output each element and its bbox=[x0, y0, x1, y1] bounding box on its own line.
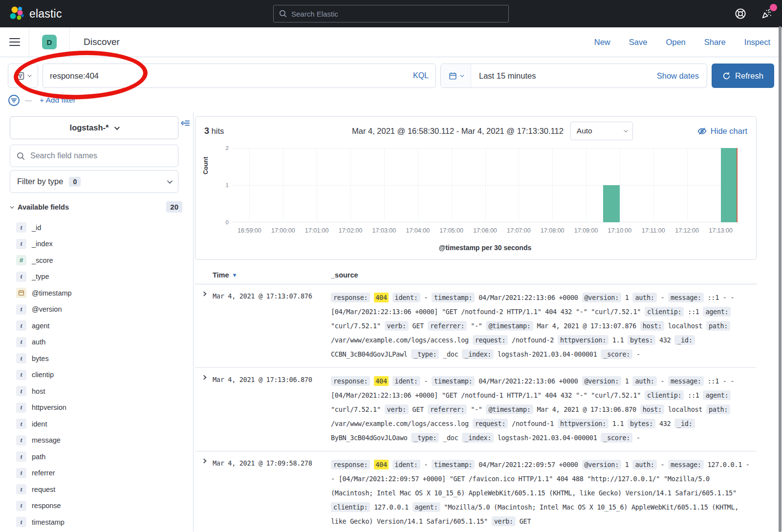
share-button[interactable]: Share bbox=[704, 38, 726, 47]
field-value: - bbox=[424, 294, 428, 301]
field-key: httpversion: bbox=[558, 335, 608, 345]
field-item-ident[interactable]: tident bbox=[10, 416, 183, 432]
doc-source: response: 404 ident: - timestamp: 04/Mar… bbox=[331, 374, 757, 445]
elastic-logo[interactable]: elastic bbox=[9, 6, 62, 21]
hide-chart-button[interactable]: Hide chart bbox=[697, 127, 747, 136]
page-title: Discover bbox=[84, 37, 120, 47]
field-item-referrer[interactable]: treferrer bbox=[10, 465, 183, 482]
field-item-agent[interactable]: tagent bbox=[10, 318, 183, 334]
new-button[interactable]: New bbox=[594, 38, 610, 47]
query-input-box[interactable]: KQL bbox=[43, 64, 436, 88]
x-tick-label: 17:12:00 bbox=[675, 227, 699, 234]
table-header: Time ▼ _source bbox=[195, 266, 757, 284]
text-type-icon: t bbox=[16, 370, 26, 380]
field-item-@version[interactable]: t@version bbox=[10, 301, 183, 318]
refresh-label: Refresh bbox=[735, 71, 763, 81]
field-key: httpversion: bbox=[558, 419, 608, 428]
app-header: D Discover New Save Open Share Inspect bbox=[0, 27, 782, 57]
field-item-bytes[interactable]: tbytes bbox=[10, 350, 183, 367]
kql-language-button[interactable]: KQL bbox=[408, 71, 429, 80]
time-column-header[interactable]: Time ▼ bbox=[213, 271, 331, 279]
field-key: request: bbox=[473, 335, 508, 345]
open-button[interactable]: Open bbox=[666, 38, 685, 47]
field-key: path: bbox=[706, 321, 730, 331]
expand-row-button[interactable] bbox=[195, 291, 213, 362]
global-header: elastic bbox=[0, 0, 782, 27]
field-key: auth: bbox=[632, 293, 656, 302]
query-bar: KQL Last 15 minutes Show dates Refresh bbox=[0, 57, 782, 92]
field-key: bytes: bbox=[628, 335, 655, 345]
interval-select[interactable]: Auto bbox=[570, 122, 633, 140]
expand-row-button[interactable] bbox=[195, 458, 213, 529]
show-dates-button[interactable]: Show dates bbox=[657, 71, 707, 81]
collapse-sidebar-icon[interactable] bbox=[180, 118, 190, 128]
x-tick-label: 17:06:00 bbox=[473, 227, 497, 234]
field-item-timestamp[interactable]: ttimestamp bbox=[10, 514, 183, 531]
saved-query-icon bbox=[16, 72, 24, 80]
field-item-auth[interactable]: tauth bbox=[10, 334, 183, 351]
field-item-@timestamp[interactable]: @timestamp bbox=[10, 285, 183, 301]
index-pattern-name: logstash-* bbox=[70, 123, 109, 132]
add-filter-button[interactable]: + Add filter bbox=[40, 96, 76, 105]
help-icon[interactable] bbox=[734, 7, 747, 20]
field-item-httpversion[interactable]: thttpversion bbox=[10, 400, 183, 416]
field-item-request[interactable]: trequest bbox=[10, 481, 183, 498]
field-value: 432 bbox=[659, 336, 671, 344]
save-button[interactable]: Save bbox=[629, 38, 648, 47]
field-key: message: bbox=[668, 460, 704, 469]
time-range-value[interactable]: Last 15 minutes bbox=[471, 71, 536, 81]
field-key: timestamp: bbox=[432, 376, 475, 386]
field-name: clientip bbox=[32, 371, 54, 379]
x-tick-label: 16:59:00 bbox=[238, 227, 261, 234]
query-input[interactable] bbox=[50, 71, 408, 81]
filter-by-type-dropdown[interactable]: Filter by type 0 bbox=[10, 170, 178, 193]
field-search-input[interactable] bbox=[30, 151, 172, 160]
chevron-down-icon bbox=[624, 128, 628, 132]
x-tick-label: 17:01:00 bbox=[305, 227, 329, 234]
field-value: - bbox=[636, 434, 640, 442]
field-item-_score[interactable]: #_score bbox=[10, 252, 183, 269]
app-badge-wrap: D bbox=[29, 27, 70, 57]
field-value: 04/Mar/2021:22:13:06 +0000 bbox=[478, 377, 578, 385]
index-pattern-selector[interactable]: logstash-* bbox=[10, 116, 178, 139]
inspect-button[interactable]: Inspect bbox=[744, 38, 770, 47]
field-item-host[interactable]: thost bbox=[10, 383, 183, 400]
time-range-display: Mar 4, 2021 @ 16:58:30.112 - Mar 4, 2021… bbox=[352, 127, 564, 136]
field-item-path[interactable]: tpath bbox=[10, 448, 183, 465]
news-party-popper-icon[interactable] bbox=[760, 7, 773, 20]
hits-count: 3 hits bbox=[204, 126, 287, 136]
field-search-box[interactable] bbox=[10, 145, 178, 167]
vertical-scrollbar[interactable] bbox=[779, 26, 782, 532]
field-key: clientip: bbox=[645, 307, 684, 317]
available-fields-count: 20 bbox=[166, 201, 182, 213]
field-key: auth: bbox=[632, 460, 656, 469]
field-name: ident bbox=[32, 420, 47, 428]
field-item-message[interactable]: tmessage bbox=[10, 432, 183, 449]
discover-app-badge[interactable]: D bbox=[42, 35, 57, 49]
histogram-bar-17:13:00[interactable] bbox=[721, 148, 738, 222]
date-quick-select-button[interactable] bbox=[441, 64, 471, 87]
field-item-response[interactable]: tresponse bbox=[10, 498, 183, 514]
available-fields-header[interactable]: Available fields 20 bbox=[10, 201, 183, 213]
text-type-icon: t bbox=[16, 239, 26, 249]
histogram-bar-17:09:30[interactable] bbox=[603, 185, 620, 222]
filter-icon[interactable] bbox=[8, 94, 20, 106]
table-row: Mar 4, 2021 @ 17:09:58.278response: 404 … bbox=[195, 451, 757, 532]
field-item-_id[interactable]: t_id bbox=[10, 219, 183, 236]
field-key: response: bbox=[331, 460, 370, 469]
eye-slash-icon bbox=[697, 127, 707, 136]
field-value: Mar 4, 2021 @ 17:13:07.876 bbox=[537, 322, 636, 330]
main-menu-button[interactable] bbox=[0, 27, 29, 57]
expand-row-button[interactable] bbox=[195, 374, 213, 445]
field-item-_type[interactable]: t_type bbox=[10, 269, 183, 285]
field-item-_index[interactable]: t_index bbox=[10, 236, 183, 253]
global-search-box[interactable] bbox=[273, 5, 509, 22]
field-value: "curl/7.52.1" bbox=[331, 405, 381, 413]
x-tick-label: 17:10:00 bbox=[608, 227, 632, 234]
global-search-input[interactable] bbox=[291, 10, 503, 18]
text-type-icon: t bbox=[16, 222, 26, 233]
saved-query-menu-button[interactable] bbox=[8, 64, 38, 88]
field-item-clientip[interactable]: tclientip bbox=[10, 367, 183, 383]
refresh-button[interactable]: Refresh bbox=[712, 64, 774, 88]
field-value: 1 bbox=[625, 461, 629, 468]
